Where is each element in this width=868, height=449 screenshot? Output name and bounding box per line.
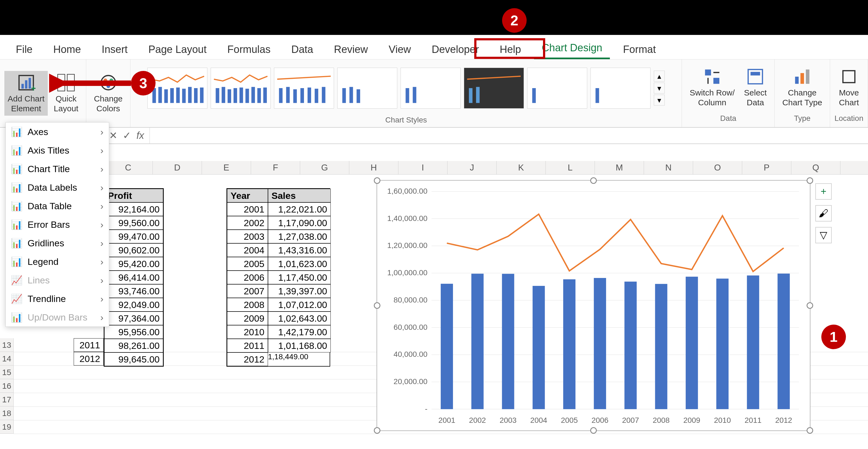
gallery-scroll-up[interactable]: ▴ [654, 71, 665, 82]
table-cell[interactable]: 99,560.00 [104, 216, 163, 230]
tab-page-layout[interactable]: Page Layout [141, 40, 214, 59]
table-cell[interactable]: 98,261.00 [104, 339, 163, 352]
profit-header[interactable]: Profit [104, 189, 163, 202]
embedded-chart[interactable]: -20,000.0040,000.0060,000.0080,000.001,0… [377, 180, 810, 431]
gallery-more[interactable]: ▾ [654, 95, 665, 105]
tab-review[interactable]: Review [327, 40, 376, 59]
chart-styles-button[interactable]: 🖌 [815, 205, 832, 222]
table-cell[interactable]: 1,17,450.00 [268, 270, 331, 284]
gallery-scroll-down[interactable]: ▾ [654, 83, 665, 94]
add-chart-element-button[interactable]: + Add Chart Element [4, 71, 48, 116]
table-cell[interactable]: 2009 [227, 312, 268, 325]
change-chart-type-button[interactable]: Change Chart Type [779, 65, 826, 110]
table-cell[interactable]: 1,39,397.00 [268, 284, 331, 298]
table-cell[interactable]: 1,01,168.00 [268, 339, 331, 352]
table-cell[interactable]: 1,22,021.00 [268, 202, 331, 216]
table-cell[interactable]: 1,18,449.00 [268, 352, 331, 366]
menu-data-labels[interactable]: 📊Data Labels› [6, 178, 109, 197]
table-cell[interactable]: 2012 [227, 352, 268, 366]
chart-filters-button[interactable]: ▽ [815, 227, 832, 243]
chart-style-8[interactable] [590, 68, 651, 108]
table-cell[interactable]: 90,602.00 [104, 243, 163, 257]
col-E[interactable]: E [202, 161, 251, 174]
table-cell[interactable]: 1,27,038.00 [268, 230, 331, 243]
col-N[interactable]: N [644, 161, 693, 174]
col-H[interactable]: H [349, 161, 398, 174]
menu-error-bars[interactable]: 📊Error Bars› [6, 215, 109, 234]
move-chart-button[interactable]: Move Chart [836, 65, 862, 110]
chart-elements-button[interactable]: + [815, 183, 832, 200]
menu-trendline[interactable]: 📈Trendline› [6, 289, 109, 308]
col-D[interactable]: D [153, 161, 202, 174]
chart-style-6[interactable] [464, 68, 524, 108]
menu-axis-titles[interactable]: 📊Axis Titles› [6, 141, 109, 160]
table-cell[interactable]: 2002 [227, 216, 268, 230]
chart-style-7[interactable] [527, 68, 587, 108]
col-P[interactable]: P [742, 161, 791, 174]
menu-axes[interactable]: 📊Axes› [6, 123, 109, 141]
table-cell[interactable]: 2010 [227, 325, 268, 339]
table-cell[interactable]: 96,414.00 [104, 270, 163, 284]
table-cell[interactable]: 2005 [227, 257, 268, 270]
table-cell[interactable]: 92,049.00 [104, 298, 163, 312]
tab-view[interactable]: View [381, 40, 418, 59]
table-cell[interactable]: 1,02,643.00 [268, 312, 331, 325]
fx-label[interactable]: fx [136, 130, 144, 141]
chart-style-3[interactable] [274, 68, 334, 108]
col-C[interactable]: C [104, 161, 153, 174]
tab-insert[interactable]: Insert [94, 40, 135, 59]
table-cell[interactable]: 95,420.00 [104, 257, 163, 270]
table-cell[interactable]: 97,364.00 [104, 312, 163, 325]
table-cell[interactable]: 2012 [74, 352, 104, 365]
row-14[interactable]: 14 [0, 352, 13, 365]
tab-format[interactable]: Format [615, 40, 663, 59]
table-cell[interactable]: 92,164.00 [104, 202, 163, 216]
menu-data-table[interactable]: 📊Data Table› [6, 197, 109, 215]
chart-style-5[interactable] [401, 68, 461, 108]
table-cell[interactable]: 2006 [227, 270, 268, 284]
table-cell[interactable]: 93,746.00 [104, 284, 163, 298]
col-K[interactable]: K [497, 161, 546, 174]
table-cell[interactable]: 1,07,012.00 [268, 298, 331, 312]
col-L[interactable]: L [546, 161, 595, 174]
tab-home[interactable]: Home [45, 40, 88, 59]
table-cell[interactable]: 2011 [74, 338, 104, 352]
chart-style-2[interactable] [211, 68, 271, 108]
year-header[interactable]: Year [227, 189, 268, 202]
table-cell[interactable]: 2008 [227, 298, 268, 312]
table-cell[interactable]: 2011 [227, 339, 268, 352]
tab-chart-design[interactable]: Chart Design [534, 38, 610, 59]
col-J[interactable]: J [447, 161, 497, 174]
tab-data[interactable]: Data [283, 40, 321, 59]
tab-formulas[interactable]: Formulas [220, 40, 278, 59]
table-cell[interactable]: 1,17,090.00 [268, 216, 331, 230]
table-cell[interactable]: 99,470.00 [104, 230, 163, 243]
table-cell[interactable]: 95,956.00 [104, 325, 163, 339]
table-cell[interactable]: 2003 [227, 230, 268, 243]
col-O[interactable]: O [693, 161, 742, 174]
row-17[interactable]: 17 [0, 393, 13, 407]
menu-legend[interactable]: 📊Legend› [6, 252, 109, 271]
row-15[interactable]: 15 [0, 365, 13, 379]
col-G[interactable]: G [300, 161, 349, 174]
chart-style-4[interactable] [337, 68, 397, 108]
col-I[interactable]: I [398, 161, 447, 174]
formula-input[interactable] [150, 128, 863, 143]
table-cell[interactable]: 1,01,623.00 [268, 257, 331, 270]
menu-gridlines[interactable]: 📊Gridlines› [6, 234, 109, 252]
tab-file[interactable]: File [8, 40, 40, 59]
sales-header[interactable]: Sales [268, 189, 331, 202]
table-cell[interactable]: 2007 [227, 284, 268, 298]
table-cell[interactable]: 1,42,179.00 [268, 325, 331, 339]
col-Q[interactable]: Q [791, 161, 840, 174]
fb-cancel-icon[interactable]: ✕ [109, 130, 117, 141]
menu-chart-title[interactable]: 📊Chart Title› [6, 160, 109, 178]
col-F[interactable]: F [251, 161, 300, 174]
chart-style-1[interactable] [147, 68, 207, 108]
table-cell[interactable]: 1,43,316.00 [268, 243, 331, 257]
row-19[interactable]: 19 [0, 420, 13, 434]
switch-row-column-button[interactable]: Switch Row/ Column [686, 65, 738, 110]
table-cell[interactable]: 2004 [227, 243, 268, 257]
row-18[interactable]: 18 [0, 407, 13, 420]
row-13[interactable]: 13 [0, 338, 13, 352]
